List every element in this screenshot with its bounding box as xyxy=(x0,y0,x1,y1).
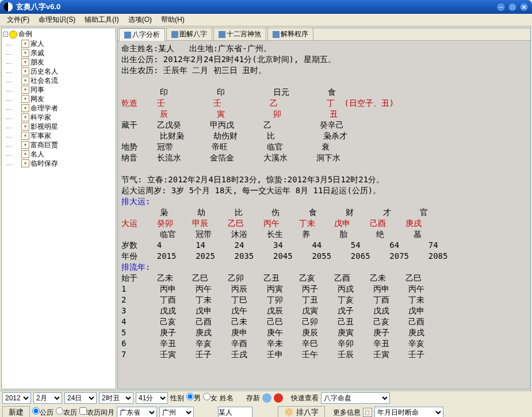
stop-icon[interactable] xyxy=(274,393,283,403)
menu-help[interactable]: 帮助(H) xyxy=(156,14,189,26)
tab-shiergong[interactable]: 十二宫神煞 xyxy=(213,28,266,40)
folder-icon: ♦ xyxy=(21,132,29,140)
tab-icon xyxy=(124,32,131,39)
tab-icon xyxy=(171,31,178,38)
tree-item[interactable]: ♦朋友 xyxy=(3,58,114,67)
province-select[interactable]: 广东省 xyxy=(117,407,157,417)
folder-icon: ♦ xyxy=(21,141,29,149)
tree-item-label: 家人 xyxy=(30,39,44,48)
folder-icon: ♦ xyxy=(21,67,29,75)
tree-item-label: 社会名流 xyxy=(30,76,58,85)
menu-options[interactable]: 选项(O) xyxy=(124,14,156,26)
tree-item-label: 军事家 xyxy=(30,131,51,140)
gdxx-label: 更多信息 xyxy=(333,408,361,418)
sex-label: 性别 xyxy=(170,393,184,403)
folder-icon: ♦ xyxy=(21,49,29,57)
folder-icon: ♦ xyxy=(21,95,29,103)
tree-item[interactable]: ♦名人 xyxy=(3,150,114,159)
tree-item[interactable]: ♦临时保存 xyxy=(3,159,114,168)
tree-item[interactable]: ♦社会名流 xyxy=(3,76,114,85)
menu-tools[interactable]: 辅助工具(I) xyxy=(80,14,123,26)
tree-item[interactable]: ♦同事 xyxy=(3,85,114,94)
kscz-label: 快速查看 xyxy=(291,393,319,403)
day-select[interactable]: 24日 xyxy=(64,392,97,404)
tree-item-label: 临时保存 xyxy=(30,159,58,168)
tree-item[interactable]: ♦富商巨贾 xyxy=(3,140,114,150)
tree-item[interactable]: ♦军事家 xyxy=(3,131,114,140)
minimize-button[interactable]: ─ xyxy=(496,2,506,12)
name-label: 姓名 xyxy=(220,393,234,403)
tree-item[interactable]: ♦命理学者 xyxy=(3,104,114,113)
tree-root-label: 命例 xyxy=(18,29,32,39)
right-panel: 八字分析 图解八字 十二宫神煞 解释程序 命主姓名:某人 出生地:广东省-广州。… xyxy=(117,28,531,389)
folder-icon: ♦ xyxy=(21,159,29,167)
tree-item[interactable]: ♦家人 xyxy=(3,39,114,48)
smiley-icon xyxy=(9,30,17,39)
tab-jieshi[interactable]: 解释程序 xyxy=(267,28,313,40)
new-button[interactable]: 新建 xyxy=(2,406,30,417)
cunxin-label: 存新 xyxy=(246,393,260,403)
tree-item-label: 朋友 xyxy=(30,58,44,67)
tree-item[interactable]: ♦亲戚 xyxy=(3,48,114,58)
tab-tujiebazi[interactable]: 图解八字 xyxy=(166,28,212,40)
nongli-radio[interactable]: 农历 xyxy=(56,407,77,417)
hour-select[interactable]: 2时丑 xyxy=(99,392,133,404)
paibazi-button[interactable]: 🔆 排八字 xyxy=(278,406,325,417)
tree-item[interactable]: ♦影视明星 xyxy=(3,122,114,131)
tab-icon xyxy=(273,31,280,38)
folder-icon: ♦ xyxy=(21,40,29,48)
runyue-checkbox[interactable]: 农历闰月 xyxy=(79,407,114,417)
collapse-icon[interactable]: - xyxy=(3,32,8,37)
close-button[interactable]: ✕ xyxy=(519,2,529,12)
male-radio[interactable]: 男 xyxy=(186,393,201,403)
tree-item-label: 富商巨贾 xyxy=(30,140,58,150)
tree-root[interactable]: - 命例 xyxy=(3,29,114,39)
year-select[interactable]: 2012 xyxy=(2,392,31,404)
tree-item[interactable]: ♦网友 xyxy=(3,94,114,104)
folder-icon: ♦ xyxy=(21,123,29,131)
folder-icon: ♦ xyxy=(21,58,29,66)
tree-item-label: 亲戚 xyxy=(30,48,44,58)
tree-item-label: 同事 xyxy=(30,85,44,94)
quicklook-select[interactable]: 八字命盘 xyxy=(321,392,390,404)
month-select[interactable]: 2月 xyxy=(33,392,62,404)
tree-item-label: 历史名人 xyxy=(30,67,58,76)
tree-item-label: 名人 xyxy=(30,150,44,159)
moreinfo-select[interactable]: 年月日时断命 xyxy=(374,407,443,417)
tab-bazi-analysis[interactable]: 八字分析 xyxy=(119,28,165,41)
menu-bar: 文件(F) 命理知识(S) 辅助工具(I) 选项(O) 帮助(H) xyxy=(0,14,532,26)
minute-select[interactable]: 41分 xyxy=(136,392,168,404)
menu-knowledge[interactable]: 命理知识(S) xyxy=(34,14,80,26)
gongli-radio[interactable]: 公历 xyxy=(32,407,53,417)
tree-item-label: 网友 xyxy=(30,94,44,104)
tree-item-label: 影视明星 xyxy=(30,122,58,131)
title-bar: 玄奥八字v6.0 ─ □ ✕ xyxy=(0,0,532,14)
folder-icon: ♦ xyxy=(21,150,29,158)
content-area: 命主姓名:某人 出生地:广东省-广州。 出生公历: 2012年2月24日2时41… xyxy=(118,41,530,389)
folder-icon: ♦ xyxy=(21,104,29,112)
maximize-button[interactable]: □ xyxy=(508,2,517,12)
tree-item-label: 命理学者 xyxy=(30,104,58,113)
bottom-toolbar: 2012 2月 24日 2时丑 41分 性别 男 女 姓名 存新 快速查看 八字… xyxy=(0,391,532,416)
female-radio[interactable]: 女 xyxy=(203,393,217,403)
tree-panel: - 命例 ♦家人♦亲戚♦朋友♦历史名人♦社会名流♦同事♦网友♦命理学者♦科学家♦… xyxy=(1,28,116,389)
menu-file[interactable]: 文件(F) xyxy=(2,14,34,26)
folder-icon: ♦ xyxy=(21,86,29,94)
folder-icon: ♦ xyxy=(21,113,29,121)
folder-icon: ♦ xyxy=(21,76,29,85)
window-title: 玄奥八字v6.0 xyxy=(16,2,60,12)
tab-bar: 八字分析 图解八字 十二宫神煞 解释程序 xyxy=(118,28,530,41)
calendar-icon[interactable]: 📋 xyxy=(363,408,372,417)
refresh-icon[interactable] xyxy=(262,393,271,403)
tree-item[interactable]: ♦科学家 xyxy=(3,113,114,122)
app-icon xyxy=(3,2,13,12)
tree-item[interactable]: ♦历史名人 xyxy=(3,67,114,76)
name-input[interactable] xyxy=(218,407,252,417)
city-select[interactable]: 广州 xyxy=(159,407,194,417)
tab-icon xyxy=(219,31,225,38)
tree-item-label: 科学家 xyxy=(30,113,51,122)
